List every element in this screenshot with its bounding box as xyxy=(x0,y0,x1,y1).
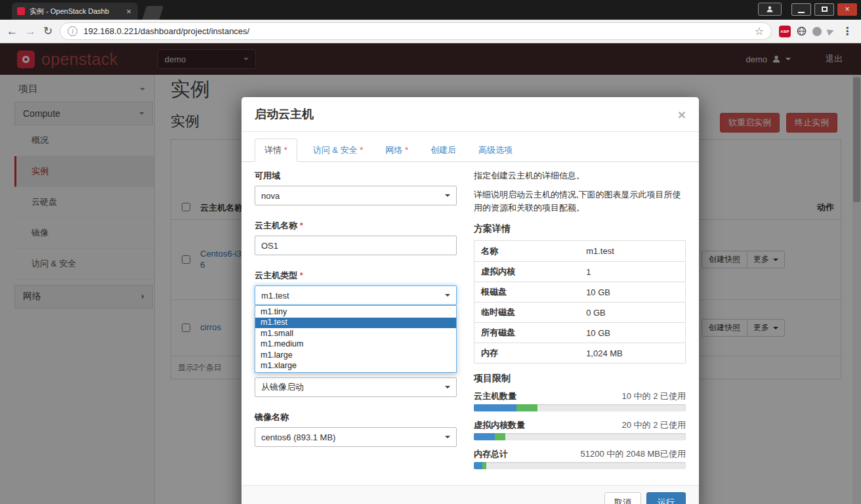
flavor-field: 云主机类型 * m1.test m1.tiny m1.test m1.small… xyxy=(255,270,457,305)
select-value: 从镜像启动 xyxy=(261,381,304,393)
tab-title: 实例 - OpenStack Dashb xyxy=(30,7,120,16)
extension-icons: ABP ⋮ xyxy=(779,25,854,37)
detail-label: 内存 xyxy=(474,347,586,359)
flavor-option[interactable]: m1.tiny xyxy=(255,306,456,318)
extension-arrow-icon[interactable] xyxy=(827,27,835,35)
browser-menu-icon[interactable]: ⋮ xyxy=(840,25,854,37)
flavor-option-selected[interactable]: m1.test xyxy=(255,318,456,329)
tab-network[interactable]: 网络 * xyxy=(379,139,415,161)
maximize-button[interactable] xyxy=(814,3,834,16)
chevron-down-icon xyxy=(445,294,450,297)
extension-circle-icon[interactable] xyxy=(812,27,822,36)
tab-label: 详情 xyxy=(264,145,282,155)
forward-button[interactable]: → xyxy=(25,26,36,37)
detail-label: 名称 xyxy=(474,245,586,257)
detail-value: 0 GB xyxy=(586,308,606,318)
detail-value: 10 GB xyxy=(586,328,610,338)
required-mark: * xyxy=(360,145,363,155)
progress-bar xyxy=(474,433,686,440)
progress-bar xyxy=(474,462,686,469)
modal-tabs: 详情 * 访问 & 安全 * 网络 * 创建后 高级选项 xyxy=(242,132,699,162)
launch-instance-modal: 启动云主机 × 详情 * 访问 & 安全 * 网络 * 创建后 高级选项 可用域… xyxy=(242,97,699,504)
limit-ram: 内存总计 51200 中的 2048 MB已使用 xyxy=(474,448,686,469)
help-text: 详细说明启动云主机的情况,下面的图表显示此项目所使用的资源和关联的项目配额。 xyxy=(474,188,686,215)
image-name-field: 镜像名称 centos6 (893.1 MB) xyxy=(255,411,457,447)
modal-header: 启动云主机 × xyxy=(242,97,699,132)
launch-button[interactable]: 运行 xyxy=(646,492,686,504)
progress-added xyxy=(516,404,537,411)
globe-extension-icon[interactable] xyxy=(797,26,807,36)
label-text: 云主机名称 xyxy=(255,220,297,230)
cancel-button[interactable]: 取消 xyxy=(604,492,641,504)
progress-used xyxy=(474,404,516,411)
tab-label: 高级选项 xyxy=(478,145,513,155)
address-bar[interactable]: i 192.168.0.221/dashboard/project/instan… xyxy=(60,22,772,40)
flavor-option[interactable]: m1.large xyxy=(255,350,456,361)
flavor-detail-row: 内存1,024 MB xyxy=(474,343,685,363)
detail-label: 根磁盘 xyxy=(474,286,586,298)
tab-advanced-options[interactable]: 高级选项 xyxy=(472,139,519,161)
url-text[interactable]: 192.168.0.221/dashboard/project/instance… xyxy=(83,26,748,36)
browser-tab[interactable]: 实例 - OpenStack Dashb × xyxy=(12,3,138,20)
tab-label: 创建后 xyxy=(430,145,456,155)
limit-usage: 51200 中的 2048 MB已使用 xyxy=(581,448,686,460)
flavor-detail-row: 名称m1.test xyxy=(474,241,685,261)
boot-source-select[interactable]: 从镜像启动 xyxy=(255,377,457,397)
flavor-option[interactable]: m1.small xyxy=(255,328,456,339)
adblock-icon[interactable]: ABP xyxy=(779,26,791,37)
minimize-icon xyxy=(798,12,805,13)
availability-zone-select[interactable]: nova xyxy=(255,186,457,205)
instance-name-label: 云主机名称 * xyxy=(255,220,457,232)
form-column: 可用域 nova 云主机名称 * 云主机类型 * m1.test m1.tiny xyxy=(255,170,457,477)
limit-usage: 10 中的 2 已使用 xyxy=(621,390,686,402)
tab-post-creation[interactable]: 创建后 xyxy=(424,139,463,161)
instance-name-input[interactable] xyxy=(255,236,457,255)
detail-value: 1,024 MB xyxy=(586,348,623,358)
minimize-button[interactable] xyxy=(791,3,811,16)
flavor-select[interactable]: m1.test xyxy=(255,285,457,305)
detail-value: 1 xyxy=(586,267,591,277)
person-icon xyxy=(766,5,774,13)
browser-profile-button[interactable] xyxy=(758,3,782,16)
maximize-icon xyxy=(822,7,828,12)
limit-instances: 云主机数量 10 中的 2 已使用 xyxy=(474,390,686,411)
openstack-favicon-icon xyxy=(17,7,25,15)
reload-button[interactable]: ↻ xyxy=(43,26,52,37)
limit-vcpus: 虚拟内核数量 20 中的 2 已使用 xyxy=(474,419,686,440)
help-column: 指定创建云主机的详细信息。 详细说明启动云主机的情况,下面的图表显示此项目所使用… xyxy=(474,170,686,477)
limit-label: 云主机数量 xyxy=(474,390,516,402)
modal-close-icon[interactable]: × xyxy=(678,108,686,121)
back-button[interactable]: ← xyxy=(7,26,18,37)
tab-label: 访问 & 安全 xyxy=(313,145,358,155)
site-info-icon[interactable]: i xyxy=(68,26,77,36)
close-window-button[interactable]: × xyxy=(837,3,857,16)
required-mark: * xyxy=(405,145,408,155)
flavor-label: 云主机类型 * xyxy=(255,270,457,282)
required-mark: * xyxy=(284,145,287,155)
progress-added xyxy=(482,462,486,469)
flavor-detail-row: 所有磁盘10 GB xyxy=(474,322,685,343)
flavor-option[interactable]: m1.medium xyxy=(255,339,456,350)
detail-label: 虚拟内核 xyxy=(474,266,586,278)
availability-zone-field: 可用域 nova xyxy=(255,170,457,205)
tab-access-security[interactable]: 访问 & 安全 * xyxy=(306,139,370,161)
new-tab-button[interactable] xyxy=(142,6,164,20)
detail-label: 所有磁盘 xyxy=(474,327,586,339)
chevron-down-icon xyxy=(445,194,450,197)
bookmark-star-icon[interactable]: ☆ xyxy=(755,25,764,37)
modal-body: 可用域 nova 云主机名称 * 云主机类型 * m1.test m1.tiny xyxy=(242,162,699,485)
detail-value: 10 GB xyxy=(586,287,610,297)
flavor-option[interactable]: m1.xlarge xyxy=(255,361,456,372)
boot-source-field: 从镜像启动 xyxy=(255,377,457,397)
flavor-details-title: 方案详情 xyxy=(474,223,686,235)
window-controls: × xyxy=(758,3,857,16)
detail-label: 临时磁盘 xyxy=(474,306,586,318)
image-name-select[interactable]: centos6 (893.1 MB) xyxy=(255,427,457,447)
tab-details[interactable]: 详情 * xyxy=(255,138,297,162)
tab-close-icon[interactable]: × xyxy=(125,7,133,16)
browser-navbar: ← → ↻ i 192.168.0.221/dashboard/project/… xyxy=(0,20,861,43)
limit-label: 虚拟内核数量 xyxy=(474,419,525,431)
instance-name-field: 云主机名称 * xyxy=(255,220,457,255)
availability-zone-label: 可用域 xyxy=(255,170,457,182)
select-value: m1.test xyxy=(261,291,289,301)
